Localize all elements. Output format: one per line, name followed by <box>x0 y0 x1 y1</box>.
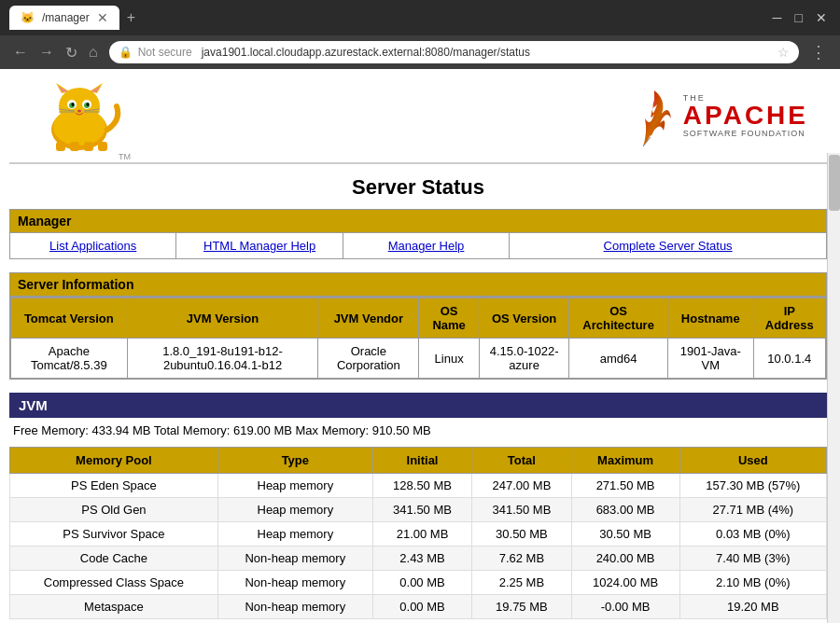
memory-cell-pool-2: PS Survivor Space <box>10 522 218 547</box>
memory-cell-total-3: 7.62 MB <box>472 547 571 571</box>
memory-row-2: PS Survivor SpaceHeap memory21.00 MB30.5… <box>10 522 827 547</box>
manager-section: Manager List Applications HTML Manager H… <box>9 209 827 259</box>
memory-cell-type-4: Non-heap memory <box>217 571 372 595</box>
cell-os-name: Linux <box>419 339 480 379</box>
col-maximum: Maximum <box>571 448 679 474</box>
list-applications-link[interactable]: List Applications <box>10 233 176 258</box>
memory-cell-total-5: 19.75 MB <box>472 595 571 619</box>
memory-cell-initial-0: 128.50 MB <box>372 474 471 498</box>
home-button[interactable]: ⌂ <box>85 42 102 62</box>
svg-rect-21 <box>98 142 107 151</box>
back-button[interactable]: ← <box>9 42 32 62</box>
memory-cell-used-5: 19.20 MB <box>679 595 826 619</box>
svg-point-2 <box>59 88 100 125</box>
security-label: Not secure <box>138 46 192 59</box>
server-info-section: Server Information Tomcat Version JVM Ve… <box>9 272 827 380</box>
svg-rect-19 <box>70 142 79 151</box>
memory-cell-pool-5: Metaspace <box>10 595 218 619</box>
page-header: TM <box>9 69 827 163</box>
memory-cell-type-5: Non-heap memory <box>217 595 372 619</box>
page-title: Server Status <box>9 164 827 209</box>
apache-name-label: APACHE <box>683 103 808 129</box>
window-controls: ─ □ ✕ <box>769 10 831 25</box>
memory-cell-pool-1: PS Old Gen <box>10 498 218 522</box>
cell-os-version: 4.15.0-1022-azure <box>479 339 568 379</box>
memory-cell-type-3: Non-heap memory <box>217 547 372 571</box>
memory-cell-maximum-5: -0.00 MB <box>571 595 679 619</box>
memory-row-4: Compressed Class SpaceNon-heap memory0.0… <box>10 571 827 595</box>
server-info-table-wrapper: Tomcat Version JVM Version JVM Vendor OS… <box>9 297 827 380</box>
memory-cell-used-0: 157.30 MB (57%) <box>679 474 826 498</box>
memory-cell-pool-3: Code Cache <box>10 547 218 571</box>
reload-button[interactable]: ↻ <box>62 42 81 63</box>
svg-point-11 <box>72 103 75 106</box>
col-total: Total <box>472 448 571 474</box>
memory-cell-used-3: 7.40 MB (3%) <box>679 547 826 571</box>
html-manager-help-link[interactable]: HTML Manager Help <box>176 233 343 258</box>
memory-table-header-row: Memory Pool Type Initial Total Maximum U… <box>10 448 827 474</box>
nav-buttons: ← → ↻ ⌂ <box>9 42 102 63</box>
tomcat-tm: TM <box>28 152 131 161</box>
memory-row-3: Code CacheNon-heap memory2.43 MB7.62 MB2… <box>10 547 827 571</box>
apache-feather-svg <box>634 86 676 146</box>
manager-links-bar: List Applications HTML Manager Help Mana… <box>9 233 827 259</box>
cell-tomcat-version: Apache Tomcat/8.5.39 <box>11 339 128 379</box>
apache-logo: THE APACHE SOFTWARE FOUNDATION <box>634 86 808 146</box>
memory-cell-maximum-1: 683.00 MB <box>571 498 679 522</box>
svg-point-13 <box>77 110 81 113</box>
tab-close-button[interactable]: ✕ <box>97 10 108 25</box>
memory-cell-initial-3: 2.43 MB <box>372 547 471 571</box>
cell-ip-address: 10.0.1.4 <box>753 339 825 379</box>
memory-cell-type-1: Heap memory <box>217 498 372 522</box>
page-content: TM <box>0 69 840 623</box>
server-info-data-row: Apache Tomcat/8.5.39 1.8.0_191-8u191-b12… <box>11 339 826 379</box>
minimize-button[interactable]: ─ <box>769 10 786 25</box>
memory-cell-used-1: 27.71 MB (4%) <box>679 498 826 522</box>
tab-title: /manager <box>42 11 90 24</box>
free-memory-text: Free Memory: 433.94 MB Total Memory: 619… <box>9 418 827 443</box>
memory-cell-type-2: Heap memory <box>217 522 372 547</box>
col-jvm-version: JVM Version <box>127 298 318 339</box>
memory-cell-total-0: 247.00 MB <box>472 474 571 498</box>
svg-rect-20 <box>84 142 93 151</box>
cell-jvm-vendor: Oracle Corporation <box>318 339 419 379</box>
url-bar[interactable]: 🔒 Not secure java1901.local.cloudapp.azu… <box>109 41 799 63</box>
title-bar: 🐱 /manager ✕ + ─ □ ✕ <box>0 0 840 35</box>
memory-pool-table: Memory Pool Type Initial Total Maximum U… <box>9 447 827 619</box>
url-text: java1901.local.cloudapp.azurestack.exter… <box>202 46 772 59</box>
memory-cell-maximum-2: 30.50 MB <box>571 522 679 547</box>
memory-cell-maximum-3: 240.00 MB <box>571 547 679 571</box>
memory-cell-initial-1: 341.50 MB <box>372 498 471 522</box>
page-area: TM <box>0 69 840 623</box>
jvm-section: JVM Free Memory: 433.94 MB Total Memory:… <box>9 393 827 619</box>
new-tab-button[interactable]: + <box>127 9 135 26</box>
cell-jvm-version: 1.8.0_191-8u191-b12-2ubuntu0.16.04.1-b12 <box>127 339 318 379</box>
tab-favicon: 🐱 <box>21 11 35 24</box>
jvm-section-header: JVM <box>9 393 827 418</box>
browser-window: 🐱 /manager ✕ + ─ □ ✕ ← → ↻ ⌂ 🔒 Not secur… <box>0 0 840 623</box>
browser-menu-button[interactable]: ⋮ <box>806 42 831 62</box>
svg-point-12 <box>87 103 90 106</box>
tomcat-logo: TM <box>28 78 131 153</box>
memory-row-5: MetaspaceNon-heap memory0.00 MB19.75 MB-… <box>10 595 827 619</box>
tomcat-logo-svg <box>28 78 131 153</box>
col-used: Used <box>679 448 826 474</box>
forward-button[interactable]: → <box>35 42 58 62</box>
bookmark-icon[interactable]: ☆ <box>777 45 790 60</box>
complete-server-status-link[interactable]: Complete Server Status <box>510 233 826 258</box>
close-button[interactable]: ✕ <box>812 10 831 25</box>
browser-tab[interactable]: 🐱 /manager ✕ <box>9 6 119 30</box>
svg-rect-18 <box>56 142 65 151</box>
scroll-thumb[interactable] <box>829 155 840 211</box>
scrollbar[interactable] <box>827 153 840 623</box>
memory-cell-type-0: Heap memory <box>217 474 372 498</box>
apache-text-block: THE APACHE SOFTWARE FOUNDATION <box>683 93 808 138</box>
security-icon: 🔒 <box>119 46 133 59</box>
apache-foundation-label: SOFTWARE FOUNDATION <box>683 129 808 138</box>
maximize-button[interactable]: □ <box>791 10 806 25</box>
memory-row-0: PS Eden SpaceHeap memory128.50 MB247.00 … <box>10 474 827 498</box>
memory-cell-total-4: 2.25 MB <box>472 571 571 595</box>
col-os-arch: OS Architecture <box>569 298 668 339</box>
col-os-version: OS Version <box>479 298 568 339</box>
manager-help-link[interactable]: Manager Help <box>343 233 510 258</box>
